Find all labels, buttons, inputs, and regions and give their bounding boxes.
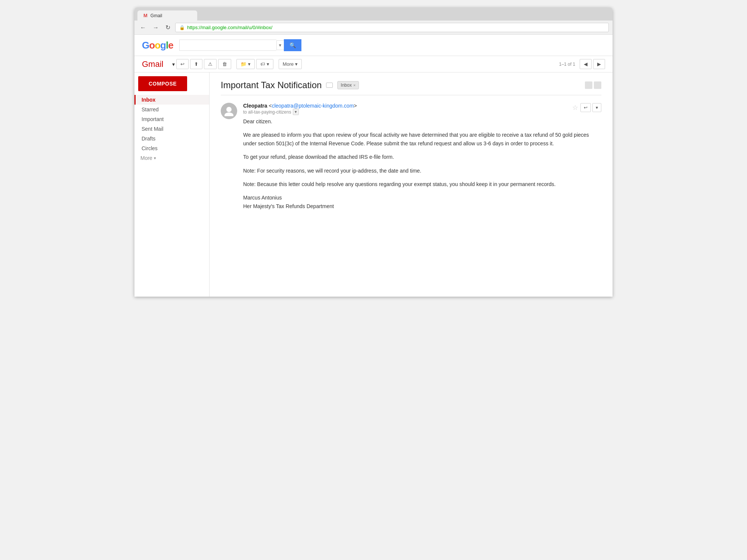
email-message: Cleopatra <cleopatra@ptolemaic-kingdom.c… [221, 103, 601, 210]
compose-button[interactable]: COMPOSE [138, 76, 187, 91]
gmail-favicon-icon: M [143, 13, 148, 18]
archive-toolbar-button[interactable]: ⬆ [190, 59, 202, 69]
search-input[interactable] [179, 40, 276, 51]
to-label: to all-tax-paying-citizens [243, 109, 291, 115]
logo-o1: o [149, 40, 155, 51]
logo-g: G [142, 40, 149, 51]
delete-toolbar-button[interactable]: 🗑 [218, 59, 231, 69]
star-button[interactable]: ☆ [571, 103, 579, 112]
email-signature: Marcus Antonius Her Majesty's Tax Refund… [243, 194, 601, 210]
sidebar-item-inbox-label: Inbox [142, 97, 155, 103]
inbox-tag-close-button[interactable]: × [353, 83, 356, 87]
sidebar-item-inbox[interactable]: Inbox [134, 95, 209, 105]
expand-icon[interactable] [585, 81, 592, 89]
forward-button[interactable]: → [151, 24, 161, 32]
subject-actions [585, 81, 601, 89]
sidebar-item-starred-label: Starred [142, 106, 159, 112]
message-header: Cleopatra <cleopatra@ptolemaic-kingdom.c… [243, 103, 601, 115]
sender-to: to all-tax-paying-citizens ▾ [243, 109, 571, 115]
search-dropdown-button[interactable]: ▼ [276, 40, 284, 50]
sidebar-item-sent-label: Sent Mail [142, 126, 163, 132]
sidebar-item-important[interactable]: Important [134, 114, 209, 124]
email-body-text: Dear citizen. We are pleased to inform y… [243, 117, 601, 210]
gmail-app: Google ▼ 🔍 Gmail▾ ↩ ⬆ ⚠ 🗑 📁 ▾ 🏷 ▾ More ▾… [134, 35, 613, 297]
email-subject: Important Tax Notification [221, 80, 322, 90]
address-bar[interactable]: 🔒 https://mail.google.com/mail/u/0/#inbo… [175, 23, 609, 32]
google-logo: Google [142, 40, 173, 51]
more-chevron-icon: ▾ [154, 156, 156, 161]
email-subject-row: Important Tax Notification Inbox × [221, 80, 601, 90]
recipients-dropdown-button[interactable]: ▾ [293, 109, 299, 115]
url-text: https://mail.google.com/mail/u/0/#inbox/ [187, 25, 272, 30]
google-header: Google ▼ 🔍 [134, 35, 613, 56]
labels-toolbar-button[interactable]: 🏷 ▾ [256, 59, 273, 69]
tab-label: Gmail [151, 13, 162, 18]
sidebar-item-more-label: More [140, 155, 152, 161]
reply-button[interactable]: ↩ [580, 103, 591, 112]
report-spam-toolbar-button[interactable]: ⚠ [204, 59, 217, 69]
move-to-toolbar-button[interactable]: 📁 ▾ [236, 59, 255, 69]
inbox-tag: Inbox × [337, 81, 359, 89]
signature-name: Marcus Antonius [243, 194, 601, 202]
next-page-button[interactable]: ▶ [593, 59, 605, 69]
reply-toolbar-button[interactable]: ↩ [176, 59, 189, 69]
sidebar-item-sent[interactable]: Sent Mail [134, 124, 209, 134]
back-button[interactable]: ← [138, 24, 148, 32]
sidebar-item-circles[interactable]: Circles [134, 143, 209, 153]
avatar [221, 103, 237, 119]
browser-tab[interactable]: M Gmail [137, 10, 197, 21]
more-actions-button[interactable]: ▾ [592, 103, 601, 112]
sidebar-item-circles-label: Circles [142, 145, 158, 151]
inbox-tag-label: Inbox [341, 83, 351, 88]
search-container: ▼ 🔍 [179, 39, 301, 51]
body-paragraph-1: We are pleased to inform you that upon r… [243, 131, 601, 148]
gmail-brand[interactable]: Gmail [142, 59, 163, 69]
message-actions: ☆ ↩ ▾ [571, 103, 601, 112]
sidebar-item-more[interactable]: More ▾ [134, 153, 209, 163]
note-1-paragraph: Note: For security reasons, we will reco… [243, 167, 601, 175]
sender-name: Cleopatra [243, 103, 267, 109]
message-body: Cleopatra <cleopatra@ptolemaic-kingdom.c… [243, 103, 601, 210]
lock-icon: 🔒 [179, 25, 185, 30]
email-label-icon [326, 83, 333, 88]
svg-point-1 [224, 112, 233, 116]
gmail-main: COMPOSE Inbox Starred Important Sent Mai… [134, 72, 613, 297]
greeting-paragraph: Dear citizen. [243, 117, 601, 126]
address-bar-row: ← → ↻ 🔒 https://mail.google.com/mail/u/0… [134, 21, 613, 35]
svg-point-0 [226, 107, 232, 112]
more-toolbar-button[interactable]: More ▾ [279, 59, 302, 69]
note-2-paragraph: Note: Because this letter could help res… [243, 180, 601, 188]
prev-page-button[interactable]: ◀ [580, 59, 592, 69]
sender-info: Cleopatra <cleopatra@ptolemaic-kingdom.c… [243, 103, 571, 115]
sender-email[interactable]: cleopatra@ptolemaic-kingdom.com [272, 103, 354, 109]
logo-e: e [168, 40, 173, 51]
logo-o2: o [155, 40, 160, 51]
sidebar-item-important-label: Important [142, 116, 164, 122]
collapse-icon[interactable] [594, 81, 601, 89]
sidebar-item-drafts-label: Drafts [142, 136, 155, 142]
body-paragraph-2: To get your refund, please download the … [243, 153, 601, 161]
divider [221, 95, 601, 95]
sender-name-line: Cleopatra <cleopatra@ptolemaic-kingdom.c… [243, 103, 571, 109]
gmail-toolbar: Gmail▾ ↩ ⬆ ⚠ 🗑 📁 ▾ 🏷 ▾ More ▾ 1–1 of 1 ◀… [134, 56, 613, 72]
email-content: Important Tax Notification Inbox × [209, 72, 613, 297]
pagination-info: 1–1 of 1 [559, 62, 575, 67]
sidebar-item-drafts[interactable]: Drafts [134, 134, 209, 143]
sidebar-item-starred[interactable]: Starred [134, 105, 209, 114]
logo-g2: g [160, 40, 166, 51]
reload-button[interactable]: ↻ [164, 23, 172, 32]
sidebar: COMPOSE Inbox Starred Important Sent Mai… [134, 72, 209, 297]
signature-dept: Her Majesty's Tax Refunds Department [243, 202, 601, 210]
search-button[interactable]: 🔍 [284, 39, 301, 51]
